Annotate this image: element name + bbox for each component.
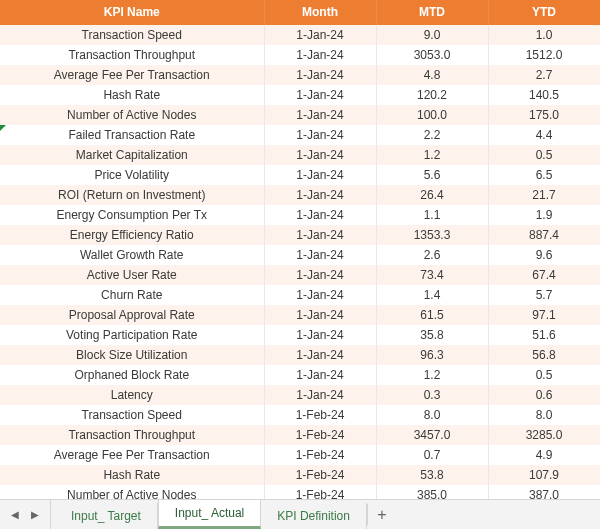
cell-month[interactable]: 1-Jan-24 [264, 65, 376, 85]
cell-month[interactable]: 1-Jan-24 [264, 25, 376, 45]
add-sheet-button[interactable]: + [368, 500, 396, 529]
cell-mtd[interactable]: 100.0 [376, 105, 488, 125]
table-row[interactable]: Orphaned Block Rate1-Jan-241.20.5 [0, 365, 600, 385]
cell-ytd[interactable]: 140.5 [488, 85, 600, 105]
table-row[interactable]: Active User Rate1-Jan-2473.467.4 [0, 265, 600, 285]
cell-kpi-name[interactable]: Block Size Utilization [0, 345, 264, 365]
cell-kpi-name[interactable]: Failed Transaction Rate [0, 125, 264, 145]
header-ytd[interactable]: YTD [488, 0, 600, 25]
cell-kpi-name[interactable]: ROI (Return on Investment) [0, 185, 264, 205]
cell-kpi-name[interactable]: Voting Participation Rate [0, 325, 264, 345]
cell-mtd[interactable]: 4.8 [376, 65, 488, 85]
cell-mtd[interactable]: 1.1 [376, 205, 488, 225]
cell-month[interactable]: 1-Jan-24 [264, 45, 376, 65]
table-row[interactable]: Number of Active Nodes1-Feb-24385.0387.0 [0, 485, 600, 500]
cell-mtd[interactable]: 2.2 [376, 125, 488, 145]
cell-ytd[interactable]: 6.5 [488, 165, 600, 185]
cell-kpi-name[interactable]: Hash Rate [0, 85, 264, 105]
cell-month[interactable]: 1-Jan-24 [264, 125, 376, 145]
cell-kpi-name[interactable]: Price Volatility [0, 165, 264, 185]
cell-ytd[interactable]: 67.4 [488, 265, 600, 285]
cell-mtd[interactable]: 1.2 [376, 365, 488, 385]
cell-mtd[interactable]: 0.7 [376, 445, 488, 465]
cell-ytd[interactable]: 887.4 [488, 225, 600, 245]
cell-month[interactable]: 1-Jan-24 [264, 205, 376, 225]
cell-mtd[interactable]: 61.5 [376, 305, 488, 325]
cell-mtd[interactable]: 1.2 [376, 145, 488, 165]
table-row[interactable]: Block Size Utilization1-Jan-2496.356.8 [0, 345, 600, 365]
cell-kpi-name[interactable]: Proposal Approval Rate [0, 305, 264, 325]
cell-month[interactable]: 1-Jan-24 [264, 105, 376, 125]
cell-ytd[interactable]: 51.6 [488, 325, 600, 345]
table-row[interactable]: Hash Rate1-Jan-24120.2140.5 [0, 85, 600, 105]
cell-mtd[interactable]: 96.3 [376, 345, 488, 365]
cell-ytd[interactable]: 21.7 [488, 185, 600, 205]
cell-month[interactable]: 1-Jan-24 [264, 225, 376, 245]
cell-ytd[interactable]: 4.4 [488, 125, 600, 145]
cell-mtd[interactable]: 3457.0 [376, 425, 488, 445]
cell-mtd[interactable]: 1353.3 [376, 225, 488, 245]
cell-kpi-name[interactable]: Average Fee Per Transaction [0, 65, 264, 85]
cell-ytd[interactable]: 9.6 [488, 245, 600, 265]
cell-month[interactable]: 1-Jan-24 [264, 145, 376, 165]
cell-ytd[interactable]: 4.9 [488, 445, 600, 465]
cell-ytd[interactable]: 97.1 [488, 305, 600, 325]
cell-mtd[interactable]: 26.4 [376, 185, 488, 205]
cell-kpi-name[interactable]: Transaction Speed [0, 405, 264, 425]
cell-kpi-name[interactable]: Energy Consumption Per Tx [0, 205, 264, 225]
cell-kpi-name[interactable]: Average Fee Per Transaction [0, 445, 264, 465]
cell-mtd[interactable]: 3053.0 [376, 45, 488, 65]
cell-kpi-name[interactable]: Active User Rate [0, 265, 264, 285]
cell-month[interactable]: 1-Feb-24 [264, 485, 376, 500]
cell-mtd[interactable]: 2.6 [376, 245, 488, 265]
table-row[interactable]: Proposal Approval Rate1-Jan-2461.597.1 [0, 305, 600, 325]
table-row[interactable]: Transaction Throughput1-Feb-243457.03285… [0, 425, 600, 445]
cell-ytd[interactable]: 56.8 [488, 345, 600, 365]
cell-mtd[interactable]: 385.0 [376, 485, 488, 500]
cell-kpi-name[interactable]: Number of Active Nodes [0, 105, 264, 125]
table-row[interactable]: Number of Active Nodes1-Jan-24100.0175.0 [0, 105, 600, 125]
table-row[interactable]: Energy Efficiency Ratio1-Jan-241353.3887… [0, 225, 600, 245]
sheet-tab[interactable]: Input_ Target [55, 503, 158, 529]
cell-kpi-name[interactable]: Transaction Speed [0, 25, 264, 45]
cell-mtd[interactable]: 53.8 [376, 465, 488, 485]
cell-ytd[interactable]: 0.5 [488, 145, 600, 165]
cell-ytd[interactable]: 0.6 [488, 385, 600, 405]
cell-month[interactable]: 1-Jan-24 [264, 265, 376, 285]
sheet-scroll-next[interactable]: ▶ [26, 506, 44, 524]
cell-mtd[interactable]: 1.4 [376, 285, 488, 305]
cell-ytd[interactable]: 387.0 [488, 485, 600, 500]
cell-ytd[interactable]: 5.7 [488, 285, 600, 305]
cell-month[interactable]: 1-Feb-24 [264, 465, 376, 485]
cell-month[interactable]: 1-Feb-24 [264, 425, 376, 445]
sheet-tab[interactable]: Input_ Actual [158, 499, 261, 529]
cell-month[interactable]: 1-Jan-24 [264, 185, 376, 205]
cell-kpi-name[interactable]: Latency [0, 385, 264, 405]
cell-month[interactable]: 1-Jan-24 [264, 85, 376, 105]
cell-ytd[interactable]: 8.0 [488, 405, 600, 425]
cell-ytd[interactable]: 175.0 [488, 105, 600, 125]
cell-month[interactable]: 1-Jan-24 [264, 305, 376, 325]
cell-month[interactable]: 1-Jan-24 [264, 285, 376, 305]
cell-month[interactable]: 1-Jan-24 [264, 365, 376, 385]
cell-mtd[interactable]: 0.3 [376, 385, 488, 405]
cell-ytd[interactable]: 107.9 [488, 465, 600, 485]
cell-mtd[interactable]: 5.6 [376, 165, 488, 185]
table-row[interactable]: Average Fee Per Transaction1-Jan-244.82.… [0, 65, 600, 85]
cell-kpi-name[interactable]: Wallet Growth Rate [0, 245, 264, 265]
header-month[interactable]: Month [264, 0, 376, 25]
sheet-tab[interactable]: KPI Definition [261, 503, 367, 529]
table-row[interactable]: Market Capitalization1-Jan-241.20.5 [0, 145, 600, 165]
cell-ytd[interactable]: 1512.0 [488, 45, 600, 65]
cell-kpi-name[interactable]: Orphaned Block Rate [0, 365, 264, 385]
cell-month[interactable]: 1-Jan-24 [264, 245, 376, 265]
cell-kpi-name[interactable]: Market Capitalization [0, 145, 264, 165]
cell-month[interactable]: 1-Feb-24 [264, 405, 376, 425]
cell-kpi-name[interactable]: Energy Efficiency Ratio [0, 225, 264, 245]
cell-ytd[interactable]: 1.0 [488, 25, 600, 45]
cell-ytd[interactable]: 1.9 [488, 205, 600, 225]
header-mtd[interactable]: MTD [376, 0, 488, 25]
table-row[interactable]: Churn Rate1-Jan-241.45.7 [0, 285, 600, 305]
cell-mtd[interactable]: 8.0 [376, 405, 488, 425]
cell-ytd[interactable]: 3285.0 [488, 425, 600, 445]
